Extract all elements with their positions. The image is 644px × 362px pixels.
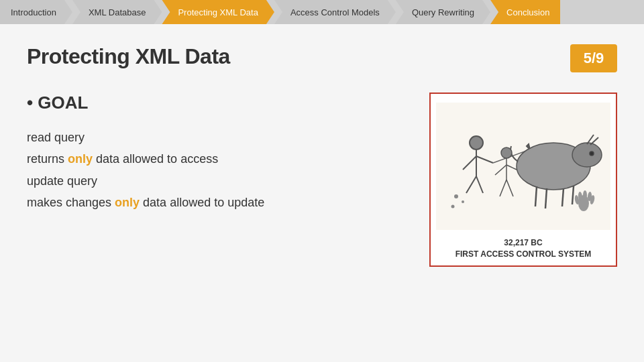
line-update-query: update query <box>27 170 409 192</box>
svg-point-17 <box>590 152 594 156</box>
svg-point-26 <box>451 205 455 208</box>
svg-point-10 <box>572 143 602 167</box>
cave-drawing <box>436 99 610 233</box>
caption-line1: 32,217 BC <box>436 237 610 249</box>
image-caption: 32,217 BC FIRST ACCESS CONTROL SYSTEM <box>436 237 610 260</box>
nav-item-introduction[interactable]: Introduction <box>0 0 72 24</box>
main-content: Protecting XML Data 5/9 • GOAL read quer… <box>0 24 644 362</box>
nav-item-protecting-xml-data[interactable]: Protecting XML Data <box>162 0 274 24</box>
svg-point-1 <box>470 136 483 149</box>
line-makes-changes: makes changes only data allowed to updat… <box>27 192 409 213</box>
nav-item-access-control-models[interactable]: Access Control Models <box>274 0 396 24</box>
nav-label-access-control-models: Access Control Models <box>290 7 380 17</box>
nav-label-query-rewriting: Query Rewriting <box>412 7 474 17</box>
highlight-only-1: only <box>68 152 93 166</box>
page-title: Protecting XML Data <box>27 44 230 69</box>
nav-item-query-rewriting[interactable]: Query Rewriting <box>396 0 490 24</box>
content-area: • GOAL read query returns only data allo… <box>27 93 617 267</box>
line-read-query: read query <box>27 127 409 148</box>
cave-art-svg <box>436 99 610 233</box>
highlight-only-2: only <box>115 196 140 209</box>
goal-heading: • GOAL <box>27 93 409 113</box>
goal-text: read query returns only data allowed to … <box>27 127 409 214</box>
image-container: 32,217 BC FIRST ACCESS CONTROL SYSTEM <box>429 93 617 267</box>
page-header: Protecting XML Data 5/9 <box>27 44 617 72</box>
text-content: • GOAL read query returns only data allo… <box>27 93 409 214</box>
svg-point-25 <box>462 200 464 203</box>
svg-point-24 <box>454 194 458 198</box>
navigation-bar: Introduction XML Database Protecting XML… <box>0 0 644 24</box>
svg-point-18 <box>501 147 512 158</box>
line-returns: returns only data allowed to access <box>27 148 409 170</box>
nav-label-conclusion: Conclusion <box>506 7 549 17</box>
svg-point-30 <box>583 190 587 200</box>
caption-line2: FIRST ACCESS CONTROL SYSTEM <box>436 249 610 260</box>
nav-label-xml-database: XML Database <box>89 7 146 17</box>
page-number: 5/9 <box>570 44 617 72</box>
nav-item-xml-database[interactable]: XML Database <box>72 0 162 24</box>
nav-item-conclusion[interactable]: Conclusion <box>490 0 560 24</box>
nav-label-protecting-xml-data: Protecting XML Data <box>178 7 258 17</box>
nav-label-introduction: Introduction <box>11 7 56 17</box>
